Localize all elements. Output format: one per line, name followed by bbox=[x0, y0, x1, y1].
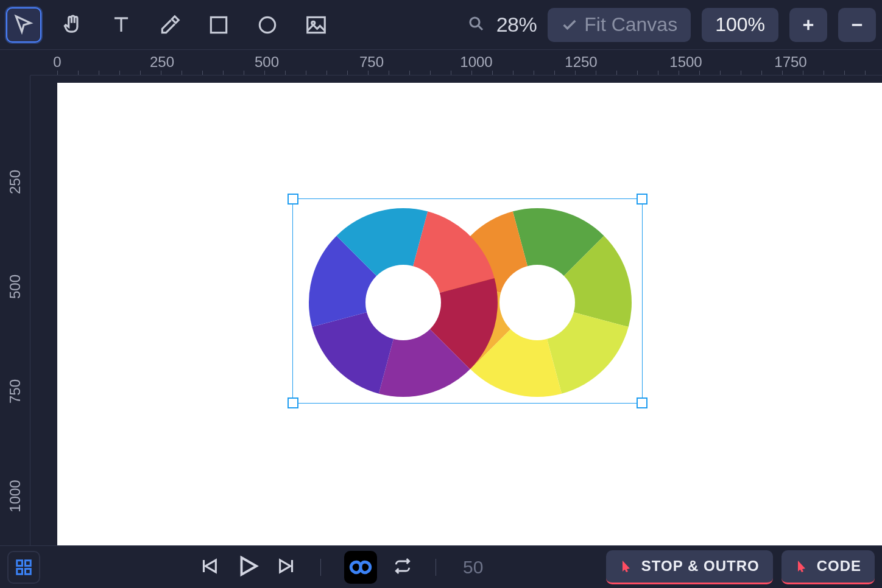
zoom-search-icon[interactable] bbox=[467, 15, 485, 35]
svg-rect-12 bbox=[26, 569, 31, 574]
selection-handle-tr[interactable] bbox=[637, 194, 647, 205]
hand-tool[interactable] bbox=[55, 7, 90, 43]
eyedropper-tool[interactable] bbox=[152, 7, 188, 43]
selection-rect[interactable] bbox=[292, 198, 643, 404]
workspace: 02505007501000125015001750 2505007501000 bbox=[0, 50, 882, 545]
play-button[interactable] bbox=[235, 553, 261, 581]
code-button[interactable]: CODE bbox=[781, 550, 875, 584]
fit-canvas-button[interactable]: Fit Canvas bbox=[548, 8, 691, 42]
go-to-end-button[interactable] bbox=[277, 556, 297, 579]
canvas-viewport[interactable] bbox=[30, 75, 882, 545]
panels-button[interactable] bbox=[7, 551, 40, 584]
selection-handle-br[interactable] bbox=[637, 397, 647, 408]
stop-outro-button[interactable]: STOP & OUTRO bbox=[606, 550, 773, 584]
zoom-percentage[interactable]: 28% bbox=[496, 13, 537, 37]
selection-handle-bl[interactable] bbox=[288, 397, 298, 408]
loop-button[interactable] bbox=[344, 551, 377, 584]
svg-rect-11 bbox=[17, 569, 23, 574]
svg-point-1 bbox=[259, 17, 275, 32]
image-tool[interactable] bbox=[298, 7, 334, 43]
svg-rect-9 bbox=[17, 560, 23, 565]
ruler-vertical[interactable]: 2505007501000 bbox=[0, 75, 30, 545]
divider bbox=[320, 559, 321, 576]
ruler-horizontal[interactable]: 02505007501000125015001750 bbox=[30, 50, 882, 75]
rectangle-tool[interactable] bbox=[201, 7, 236, 43]
zoom-in-button[interactable] bbox=[789, 8, 827, 42]
zoom-100-button[interactable]: 100% bbox=[702, 8, 778, 42]
svg-rect-10 bbox=[26, 560, 31, 565]
svg-point-4 bbox=[470, 18, 479, 27]
text-tool[interactable] bbox=[104, 7, 139, 43]
selection-handle-tl[interactable] bbox=[288, 194, 298, 205]
select-tool[interactable] bbox=[6, 7, 41, 43]
go-to-start-button[interactable] bbox=[199, 556, 219, 579]
repeat-button[interactable] bbox=[393, 556, 412, 578]
zoom-out-button[interactable] bbox=[838, 8, 876, 42]
fit-canvas-label: Fit Canvas bbox=[584, 13, 677, 36]
ellipse-tool[interactable] bbox=[250, 7, 285, 43]
svg-rect-0 bbox=[211, 17, 226, 32]
divider bbox=[436, 559, 436, 576]
frame-number[interactable]: 50 bbox=[463, 557, 483, 578]
svg-rect-2 bbox=[308, 17, 325, 32]
